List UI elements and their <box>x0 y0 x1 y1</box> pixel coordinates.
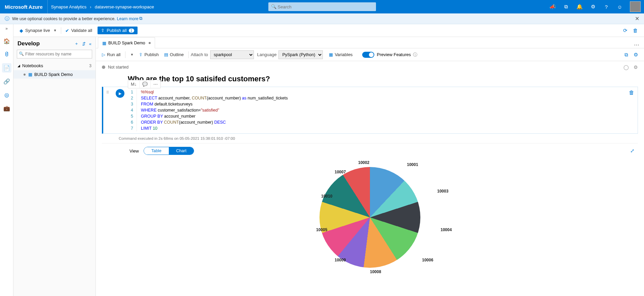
filter-search-icon: 🔍 <box>19 51 24 56</box>
rail-expand-icon[interactable]: » <box>5 26 8 31</box>
rail-manage-icon[interactable]: 💼 <box>2 103 11 113</box>
discard-icon[interactable]: 🗑 <box>633 28 638 33</box>
tree-group-notebooks[interactable]: ◢ Notebooks 3 <box>13 61 96 70</box>
notebook-settings-icon[interactable]: ⚙ <box>634 52 638 58</box>
add-resource-icon[interactable]: ＋ <box>74 41 79 47</box>
line-numbers: 1234567 <box>127 89 137 131</box>
unsaved-dot-icon <box>24 74 26 76</box>
output-expand-icon[interactable]: ⤢ <box>630 148 638 154</box>
convert-markdown-icon[interactable]: M↓ <box>128 80 140 88</box>
resource-tree: ◢ Notebooks 3 ▦ BUILD Spark Demo <box>13 61 96 79</box>
user-avatar[interactable] <box>630 1 641 12</box>
run-all-button[interactable]: ▷ Run all <box>102 52 120 57</box>
editor-area: ▦ BUILD Spark Demo ⋯ ▷ Run all ▼ ⇧ <box>96 37 644 296</box>
tab-build-spark-demo[interactable]: ▦ BUILD Spark Demo <box>98 37 155 48</box>
view-chart-button[interactable]: Chart <box>169 147 194 155</box>
tab-overflow-icon[interactable]: ⋯ <box>629 42 644 48</box>
status-dot-icon <box>102 66 105 69</box>
develop-pane: Develop ＋ ⇵ « 🔍 ◢ Notebooks 3 <box>13 37 96 296</box>
notebook-body: Not started ◯ ⚙ Who are the top 10 satis… <box>96 61 644 296</box>
azure-brand[interactable]: Microsoft Azure <box>0 0 48 13</box>
rail-develop-icon[interactable]: 📄 <box>2 63 11 73</box>
view-table-button[interactable]: Table <box>144 147 169 155</box>
rail-home-icon[interactable]: 🏠 <box>2 36 11 46</box>
chevron-down-icon: ▼ <box>53 29 57 32</box>
editor-tabstrip: ▦ BUILD Spark Demo ⋯ <box>96 37 644 48</box>
notifications-icon[interactable]: 🔔 <box>573 0 586 13</box>
directory-icon[interactable]: ⧉ <box>559 0 573 13</box>
rail-monitor-icon[interactable]: ◎ <box>2 90 11 99</box>
global-search: 🔍 <box>268 2 376 11</box>
pie-chart <box>319 167 420 268</box>
language-select[interactable]: PySpark (Python) <box>278 50 323 59</box>
attach-to-select[interactable]: sparkpool <box>210 50 254 59</box>
publish-label: Publish <box>144 52 159 57</box>
tree-item-build-spark-demo[interactable]: ▦ BUILD Spark Demo <box>13 70 96 79</box>
collapse-pane-icon[interactable]: « <box>89 41 91 46</box>
info-icon: ⓘ <box>5 16 9 22</box>
variables-icon: ▦ <box>329 52 333 57</box>
expand-all-icon[interactable]: ⇵ <box>82 41 86 46</box>
validate-all-button[interactable]: ✔ Validate all <box>65 28 92 33</box>
tree-group-label: Notebooks <box>22 63 43 68</box>
markdown-heading: Who are the top 10 satisifed customers? <box>96 73 644 87</box>
run-cell-button[interactable]: ▶ <box>116 89 124 98</box>
synapse-live-icon: ◆ <box>20 28 23 33</box>
pie-label-10008: 10008 <box>370 269 381 274</box>
outline-button[interactable]: ▤ Outline <box>164 52 184 57</box>
unsaved-dot-icon <box>149 42 151 44</box>
breadcrumb-synapse[interactable]: Synapse Analytics <box>48 4 90 9</box>
publish-all-button[interactable]: ⇧ Publish all 1 <box>98 27 137 34</box>
preview-features-toggle[interactable] <box>362 52 374 58</box>
outline-icon: ▤ <box>164 52 168 57</box>
info-icon[interactable]: ⓘ <box>413 52 417 58</box>
notebook-toolbar: ▷ Run all ▼ ⇧ Publish ▤ Outline Attach t… <box>96 48 644 61</box>
refresh-icon[interactable]: ⟳ <box>623 28 628 34</box>
drag-handle-icon[interactable]: ⠿ <box>106 90 110 95</box>
session-settings-icon[interactable]: ⚙ <box>634 65 638 70</box>
filter-resources-input[interactable] <box>17 50 92 58</box>
status-text: Not started <box>108 65 128 70</box>
upload-icon: ⇧ <box>139 52 143 57</box>
announcements-icon[interactable]: 📣 <box>546 0 559 13</box>
pie-label-10005: 10005 <box>316 227 327 232</box>
help-icon[interactable]: ? <box>600 0 613 13</box>
code-source: %%sql SELECT account_number, COUNT(accou… <box>137 89 292 131</box>
validate-all-label: Validate all <box>71 28 92 33</box>
breadcrumb: Synapse Analytics › dataverse-synapse-wo… <box>48 4 157 9</box>
publish-count-badge: 1 <box>129 29 134 33</box>
code-editor[interactable]: 1234567 %%sql SELECT account_number, COU… <box>127 87 626 133</box>
tab-label: BUILD Spark Demo <box>108 41 145 45</box>
cookie-close-icon[interactable]: ✕ <box>635 15 639 22</box>
tree-group-count: 3 <box>89 64 91 68</box>
rail-integrate-icon[interactable]: 🔗 <box>2 77 11 86</box>
develop-title: Develop <box>17 40 71 47</box>
run-dropdown[interactable]: ▼ <box>130 53 134 56</box>
publish-all-label: Publish all <box>107 28 126 33</box>
variables-button[interactable]: ▦ Variables <box>329 52 352 57</box>
preview-features-label: Preview Features <box>377 52 411 57</box>
upload-icon: ⇧ <box>101 28 105 33</box>
pie-label-10009: 10009 <box>335 258 346 262</box>
delete-cell-icon[interactable]: 🗑 <box>626 87 638 133</box>
rail-data-icon[interactable]: 🛢 <box>2 50 11 59</box>
feedback-icon[interactable]: ☺ <box>613 0 627 13</box>
notebook-status-row: Not started ◯ ⚙ <box>96 61 644 73</box>
cell-comment-icon[interactable]: 💬 <box>140 80 151 88</box>
variables-label: Variables <box>335 52 352 57</box>
publish-button[interactable]: ⇧ Publish <box>139 52 159 57</box>
pie-label-10010: 10010 <box>321 194 332 199</box>
cell-more-icon[interactable]: ⋯ <box>151 80 160 88</box>
session-info-icon[interactable]: ◯ <box>623 65 629 70</box>
settings-gear-icon[interactable]: ⚙ <box>586 0 600 13</box>
azure-top-bar: Microsoft Azure Synapse Analytics › data… <box>0 0 644 13</box>
output-view-row: View Table Chart ⤢ <box>96 143 644 157</box>
breadcrumb-workspace[interactable]: dataverse-synapse-workspace <box>91 4 157 9</box>
global-search-input[interactable] <box>268 2 376 11</box>
chart-output: 10001 10002 10003 10004 10006 10008 1000… <box>96 157 644 285</box>
synapse-live-dropdown[interactable]: ◆ Synapse live ▼ <box>20 28 57 33</box>
cell-mini-toolbar: M↓ 💬 ⋯ <box>128 80 161 88</box>
pie-label-10002: 10002 <box>358 160 369 165</box>
notebook-views-icon[interactable]: ⧉ <box>624 52 628 58</box>
cookie-learn-more-link[interactable]: Learn more <box>117 16 139 21</box>
